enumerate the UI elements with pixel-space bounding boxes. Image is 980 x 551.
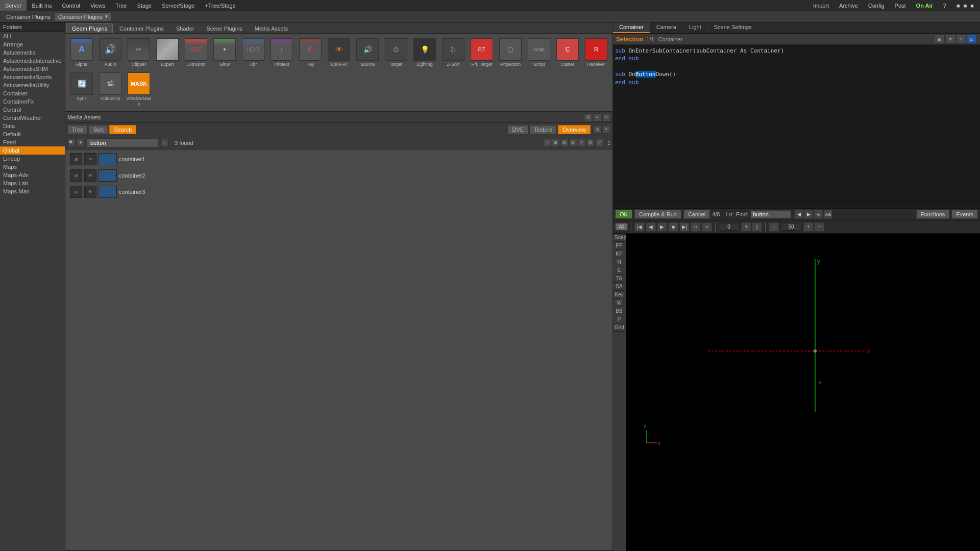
menu-onair[interactable]: On Air — [911, 0, 938, 11]
plugin-expert[interactable]: ★ Expert — [153, 36, 182, 70]
menu-server[interactable]: Server — [0, 0, 27, 11]
pb-step-back[interactable]: ‹‹ — [691, 222, 701, 232]
sidebar-item-feed[interactable]: Feed — [0, 138, 65, 146]
side-label-ta[interactable]: TA — [613, 274, 625, 283]
sidebar-item-astucemediautility[interactable]: AstucemediaUtility — [0, 81, 65, 89]
find-input[interactable] — [750, 210, 791, 218]
sidebar-item-control[interactable]: Control — [0, 106, 65, 114]
plugin-zsort[interactable]: Z↕ Z-Sort — [439, 36, 468, 70]
sidebar-item-mapsman[interactable]: Maps-Man — [0, 187, 65, 195]
results-icon6[interactable]: ⊡ — [586, 139, 595, 147]
time-end-input[interactable] — [781, 223, 801, 231]
plugin-pri-target[interactable]: P.T Pri. Target — [468, 36, 496, 70]
plugin-videoclip[interactable]: 📽 VideoClip — [96, 70, 125, 110]
menu-icons[interactable]: ■ ■ ■ — [951, 0, 980, 11]
asset-container3[interactable]: ⊞ 👁 container3 — [67, 184, 610, 199]
plugin-audio[interactable]: 🔊 Audio — [96, 36, 125, 70]
side-label-grid[interactable]: Grid — [613, 323, 625, 332]
side-label-pp[interactable]: PP — [613, 242, 625, 250]
side-label-sa[interactable]: SA — [613, 283, 625, 291]
container-plugins-dropdown[interactable]: Container Plugins — [55, 12, 111, 21]
tab-tree[interactable]: Tree — [67, 125, 88, 134]
search-clear-btn[interactable]: × — [160, 139, 168, 147]
plugin-target[interactable]: ⊙ Target — [382, 36, 410, 70]
side-label-key[interactable]: Key — [613, 291, 625, 299]
menu-control[interactable]: Control — [57, 0, 85, 11]
cancel-button[interactable]: Cancel — [683, 210, 710, 219]
pb-icon5[interactable]: − — [814, 222, 824, 232]
filter-icon-btn[interactable]: ▼ — [77, 139, 85, 147]
results-icon5[interactable]: ≡ — [578, 139, 586, 147]
sidebar-item-container[interactable]: Container — [0, 89, 65, 97]
sidebar-item-all[interactable]: ALL — [0, 32, 65, 40]
tab-sort[interactable]: Sort — [89, 125, 108, 134]
results-icon4[interactable]: ⊠ — [569, 139, 577, 147]
tab-overview[interactable]: Overview — [558, 125, 591, 134]
plugin-lighting[interactable]: 💡 Lighting — [410, 36, 439, 70]
media-view-icon3[interactable]: × — [602, 113, 610, 121]
sidebar-item-controlweather[interactable]: ControlWeather — [0, 114, 65, 122]
plugin-windowmask[interactable]: MASK WindowMask — [125, 70, 153, 110]
time-start-input[interactable] — [719, 223, 739, 231]
results-icon7[interactable]: ▽ — [595, 139, 603, 147]
tab-shader[interactable]: Shader — [170, 23, 200, 33]
sidebar-item-astucemediasports[interactable]: AstucemediaSports — [0, 73, 65, 81]
search-icon-btn[interactable]: 🔍 — [67, 139, 76, 147]
tab-search[interactable]: Search — [109, 125, 136, 134]
container-icon1[interactable]: ⊞ — [935, 35, 945, 44]
sidebar-item-containerfx[interactable]: ContainerFx — [0, 97, 65, 106]
menu-views[interactable]: Views — [85, 0, 110, 11]
3d-viewport[interactable]: y x x y -y — [626, 234, 980, 551]
sidebar-item-astucemediashm[interactable]: AstucemediaSHM — [0, 65, 65, 73]
container-icon4[interactable]: ⊡ — [967, 35, 977, 44]
tab-geom-plugins[interactable]: Geom Plugins — [66, 23, 113, 33]
pb-icon2[interactable]: | — [752, 222, 762, 232]
find-prev-icon[interactable]: ◀ — [794, 210, 803, 219]
sidebar-item-mapslab[interactable]: Maps-Lab — [0, 179, 65, 187]
asset-container1[interactable]: ⊞ 👁 container1 — [67, 152, 610, 167]
sidebar-item-default[interactable]: Default — [0, 130, 65, 138]
tab-camera[interactable]: Camera — [650, 22, 683, 33]
pb-icon1[interactable]: + — [741, 222, 751, 232]
tab-dve[interactable]: DVE — [507, 125, 528, 134]
menu-config[interactable]: Config — [863, 0, 890, 11]
side-label-kp[interactable]: KP — [613, 250, 625, 258]
tab-scene-plugins[interactable]: Scene Plugins — [201, 23, 248, 33]
menu-serverstage[interactable]: Server/Stage — [157, 0, 200, 11]
script-editor[interactable]: sub OnEnterSubContainer(subContainer As … — [613, 45, 980, 208]
pb-play-back[interactable]: ◀ — [646, 222, 656, 232]
tab-texture[interactable]: Texture — [529, 125, 557, 134]
menu-archive[interactable]: Archive — [834, 0, 863, 11]
menu-stage[interactable]: Stage — [132, 0, 157, 11]
plugin-source[interactable]: 🔊 Source — [353, 36, 382, 70]
plugin-infotext[interactable]: ℹ Infotext — [267, 36, 296, 70]
results-icon2[interactable]: ⊞ — [552, 139, 560, 147]
menu-help[interactable]: ? — [938, 0, 951, 11]
plugin-lookat[interactable]: 👁 Look-At — [325, 36, 353, 70]
asset-container2[interactable]: ⊞ 👁 container2 — [67, 168, 610, 183]
pb-play[interactable]: ▶ — [657, 222, 667, 232]
pb-stop[interactable]: ■ — [668, 222, 678, 232]
tab-light[interactable]: Light — [683, 22, 708, 33]
results-icon1[interactable]: ↑ — [543, 139, 551, 147]
sidebar-item-data[interactable]: Data — [0, 122, 65, 130]
plugin-receiver[interactable]: R Receiver — [582, 36, 610, 70]
side-label-w[interactable]: W — [613, 299, 625, 307]
side-label-n[interactable]: N — [613, 258, 625, 266]
events-button[interactable]: Events — [951, 210, 978, 219]
pb-skip-end[interactable]: ▶| — [679, 222, 690, 232]
find-all-icon[interactable]: A — [814, 210, 823, 219]
menu-builtins[interactable]: Built Ins — [27, 0, 57, 11]
plugin-key[interactable]: K Key — [296, 36, 325, 70]
compile-run-button[interactable]: Compile & Run — [634, 210, 681, 219]
pb-skip-start[interactable]: |◀ — [634, 222, 645, 232]
viewport-all-btn[interactable]: All — [615, 223, 628, 231]
plugin-script[interactable]: script Script — [525, 36, 553, 70]
functions-button[interactable]: Functions — [916, 210, 950, 219]
tab-media-assets[interactable]: Media Assets — [249, 23, 293, 33]
ok-button[interactable]: OK — [615, 210, 632, 219]
side-label-p[interactable]: P — [613, 315, 625, 323]
plugin-hdr[interactable]: HDR Hdr — [239, 36, 267, 70]
find-next-icon[interactable]: ▶ — [804, 210, 813, 219]
plugin-extrusion[interactable]: ABC Extrusion — [182, 36, 210, 70]
